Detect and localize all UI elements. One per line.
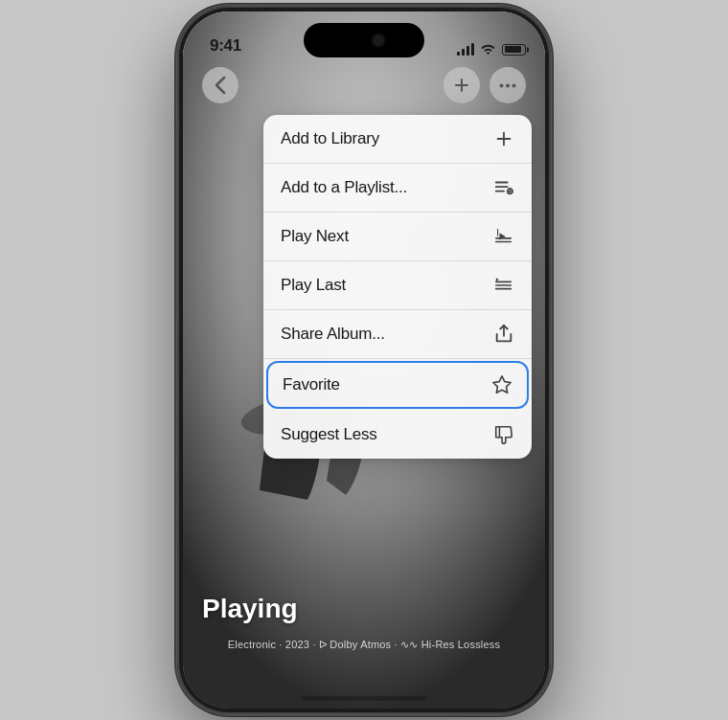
menu-item-favorite[interactable]: Favorite (266, 361, 529, 409)
plus-icon (493, 128, 514, 149)
svg-point-4 (512, 83, 516, 87)
bottom-info: Electronic · 2023 · ᐅ Dolby Atmos · ∿∿ H… (183, 639, 545, 651)
wifi-icon (480, 43, 496, 56)
menu-item-add-to-playlist[interactable]: Add to a Playlist... (263, 164, 532, 213)
share-icon (493, 324, 514, 345)
svg-point-3 (506, 83, 510, 87)
back-button[interactable] (202, 67, 239, 103)
battery-icon (502, 44, 526, 56)
status-time: 9:41 (210, 36, 241, 56)
nav-right-buttons (444, 67, 526, 103)
menu-item-suggest-less[interactable]: Suggest Less (263, 411, 532, 459)
menu-label-add-to-playlist: Add to a Playlist... (281, 178, 407, 197)
camera-dot (373, 34, 384, 46)
add-button[interactable] (444, 67, 480, 103)
menu-item-add-to-library[interactable]: Add to Library (263, 115, 532, 164)
context-menu: Add to Library Add to a Playlist... Play… (263, 115, 532, 459)
menu-label-suggest-less: Suggest Less (281, 425, 377, 444)
nav-bar (183, 67, 545, 103)
home-indicator (302, 696, 426, 701)
play-last-icon (493, 275, 514, 296)
menu-item-play-next[interactable]: Play Next (263, 213, 532, 261)
more-button[interactable] (489, 67, 526, 103)
playlist-add-icon (493, 177, 514, 198)
star-icon (491, 374, 512, 395)
playing-label: Playing (202, 594, 298, 624)
svg-marker-9 (493, 376, 511, 393)
battery-fill (505, 46, 521, 53)
status-right (457, 43, 527, 56)
menu-item-share-album[interactable]: Share Album... (263, 310, 532, 359)
dynamic-island (304, 23, 424, 57)
svg-marker-8 (497, 279, 499, 281)
menu-label-add-to-library: Add to Library (281, 129, 379, 148)
phone-outer: 9:41 (177, 6, 551, 714)
signal-icon (457, 43, 475, 56)
more-icon (499, 83, 516, 88)
svg-point-2 (500, 83, 504, 87)
menu-label-play-next: Play Next (281, 227, 349, 246)
play-next-icon (493, 226, 514, 247)
menu-label-share-album: Share Album... (281, 325, 385, 344)
thumbs-down-icon (493, 424, 514, 445)
menu-label-favorite: Favorite (283, 375, 340, 394)
phone-screen: 9:41 (183, 11, 545, 709)
plus-icon (454, 78, 469, 93)
menu-label-play-last: Play Last (281, 276, 346, 295)
menu-item-play-last[interactable]: Play Last (263, 261, 532, 310)
chevron-left-icon (215, 76, 226, 95)
